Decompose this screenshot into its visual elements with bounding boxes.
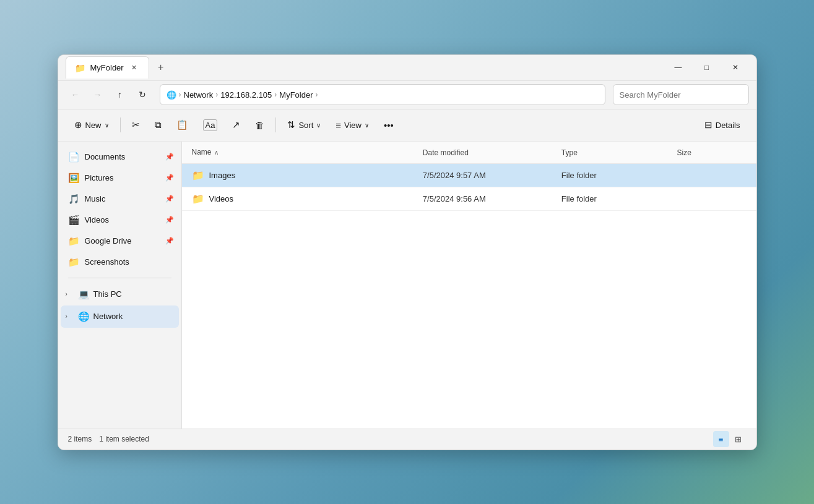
breadcrumb-myfolder[interactable]: MyFolder: [279, 90, 313, 100]
network-expand-arrow: ›: [66, 313, 74, 320]
grid-view-button[interactable]: ⊞: [730, 431, 747, 447]
paste-button[interactable]: 📋: [170, 114, 194, 136]
view-label: View: [344, 121, 362, 130]
refresh-button[interactable]: ↻: [132, 85, 152, 105]
sidebar-item-label: Videos: [85, 215, 110, 224]
column-type[interactable]: Type: [561, 147, 677, 158]
sidebar-item-googledrive[interactable]: 📁 Google Drive 📌: [58, 231, 181, 252]
search-bar[interactable]: [613, 84, 749, 105]
toolbar-divider-1: [120, 117, 121, 132]
network-icon: 🌐: [78, 311, 90, 322]
screenshots-icon: 📁: [68, 257, 80, 268]
file-label-videos: Videos: [209, 194, 234, 203]
file-label-images: Images: [209, 171, 236, 180]
sidebar-tree-thispc[interactable]: › 💻 This PC: [58, 283, 181, 305]
sort-arrow-name: ∧: [214, 149, 219, 156]
breadcrumb-bar[interactable]: 🌐 › Network › 192.168.2.105 › MyFolder ›: [160, 84, 605, 105]
file-name-videos: 📁 Videos: [192, 193, 423, 205]
more-button[interactable]: •••: [378, 114, 400, 136]
title-bar: 📁 MyFolder ✕ + — □ ✕: [58, 55, 756, 81]
sort-icon: ⇅: [287, 119, 295, 130]
videos-icon: 🎬: [68, 215, 80, 226]
list-view-button[interactable]: ≡: [713, 431, 729, 447]
paste-icon: 📋: [176, 119, 188, 130]
navigation-bar: ← → ↑ ↻ 🌐 › Network › 192.168.2.105 › My…: [58, 81, 756, 109]
sidebar-tree-network[interactable]: › 🌐 Network: [61, 305, 179, 328]
active-tab[interactable]: 📁 MyFolder ✕: [66, 56, 149, 79]
new-tab-button[interactable]: +: [152, 58, 170, 77]
back-button[interactable]: ←: [66, 85, 85, 105]
new-button[interactable]: ⊕ New ∨: [68, 114, 115, 136]
details-label: Details: [716, 121, 740, 130]
sort-button[interactable]: ⇅ Sort ∨: [281, 114, 327, 136]
toolbar: ⊕ New ∨ ✂ ⧉ 📋 Aa ↗ 🗑 ⇅ Sort ∨ ≡: [58, 109, 756, 142]
column-size[interactable]: Size: [677, 147, 747, 158]
breadcrumb-globe-icon[interactable]: 🌐: [167, 90, 176, 100]
cut-icon: ✂: [132, 119, 140, 130]
close-button[interactable]: ✕: [722, 58, 749, 77]
new-label: New: [85, 121, 102, 130]
col-header-size[interactable]: Size: [677, 148, 691, 157]
forward-button[interactable]: →: [88, 85, 108, 105]
sidebar-item-label: Music: [85, 194, 106, 203]
tab-folder-icon: 📁: [75, 63, 85, 73]
sidebar: 📄 Documents 📌 🖼️ Pictures 📌 🎵 Music 📌 🎬 …: [58, 142, 182, 429]
sidebar-item-pictures[interactable]: 🖼️ Pictures 📌: [58, 168, 181, 189]
cut-button[interactable]: ✂: [126, 114, 146, 136]
more-icon: •••: [384, 120, 394, 130]
main-content: 📄 Documents 📌 🖼️ Pictures 📌 🎵 Music 📌 🎬 …: [58, 142, 756, 429]
copy-icon: ⧉: [155, 119, 162, 130]
toolbar-divider-2: [275, 117, 276, 132]
search-input[interactable]: [620, 90, 742, 100]
details-button[interactable]: ⊟ Details: [698, 114, 747, 136]
delete-button[interactable]: 🗑: [249, 114, 271, 136]
sidebar-item-label: This PC: [93, 289, 122, 299]
sidebar-item-screenshots[interactable]: 📁 Screenshots: [58, 252, 181, 273]
file-name-images: 📁 Images: [192, 169, 423, 181]
details-icon: ⊟: [704, 119, 712, 130]
sort-label: Sort: [298, 121, 313, 130]
up-button[interactable]: ↑: [110, 85, 130, 105]
sidebar-item-label: Pictures: [85, 173, 114, 182]
rename-button[interactable]: Aa: [197, 114, 224, 136]
sidebar-item-music[interactable]: 🎵 Music 📌: [58, 189, 181, 210]
sidebar-item-label: Screenshots: [85, 257, 129, 267]
thispc-expand-arrow: ›: [66, 291, 74, 297]
selected-count: 1 item selected: [99, 435, 149, 443]
col-header-date[interactable]: Date modified: [423, 148, 469, 157]
copy-button[interactable]: ⧉: [149, 114, 168, 136]
file-type-videos: File folder: [561, 194, 677, 203]
column-name[interactable]: Name ∧: [192, 148, 423, 156]
pictures-icon: 🖼️: [68, 173, 80, 184]
pin-icon: 📌: [165, 216, 174, 224]
breadcrumb-ip[interactable]: 192.168.2.105: [220, 90, 272, 100]
column-date[interactable]: Date modified: [423, 147, 561, 158]
googledrive-icon: 📁: [68, 236, 80, 247]
sidebar-item-label: Google Drive: [85, 236, 132, 246]
sort-chevron: ∨: [316, 122, 321, 129]
share-button[interactable]: ↗: [226, 114, 246, 136]
col-header-name[interactable]: Name: [192, 148, 212, 156]
pin-icon: 📌: [165, 153, 174, 161]
file-date-videos: 7/5/2024 9:56 AM: [423, 194, 561, 203]
share-icon: ↗: [232, 119, 240, 130]
folder-icon-videos: 📁: [192, 193, 204, 205]
pin-icon: 📌: [165, 195, 174, 203]
maximize-button[interactable]: □: [693, 58, 721, 77]
file-list-header: Name ∧ Date modified Type Size: [182, 142, 756, 164]
thispc-icon: 💻: [78, 289, 90, 300]
file-row-videos[interactable]: 📁 Videos 7/5/2024 9:56 AM File folder: [182, 187, 756, 211]
sidebar-item-videos[interactable]: 🎬 Videos 📌: [58, 210, 181, 231]
file-row-images[interactable]: 📁 Images 7/5/2024 9:57 AM File folder: [182, 164, 756, 187]
view-button[interactable]: ≡ View ∨: [329, 114, 375, 136]
window-controls: — □ ✕: [665, 58, 749, 77]
item-count: 2 items: [68, 435, 92, 443]
tab-close-button[interactable]: ✕: [129, 62, 140, 74]
col-header-type[interactable]: Type: [561, 148, 578, 157]
pin-icon: 📌: [165, 237, 174, 245]
minimize-button[interactable]: —: [665, 58, 692, 77]
sidebar-item-documents[interactable]: 📄 Documents 📌: [58, 147, 181, 168]
new-chevron: ∨: [105, 122, 109, 129]
delete-icon: 🗑: [255, 120, 264, 130]
breadcrumb-network[interactable]: Network: [184, 90, 214, 100]
